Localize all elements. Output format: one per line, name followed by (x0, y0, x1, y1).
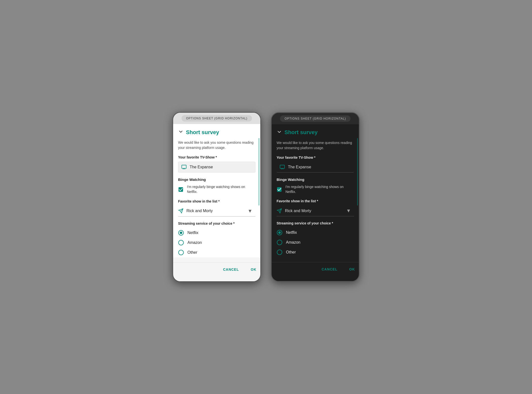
binge-watching-label-dark: Binge Watching (277, 177, 354, 182)
dialog-header-light: Short survey (178, 129, 255, 136)
dialog-footer-light: CANCEL OK (173, 262, 260, 276)
dialog-description-light: We would like to ask you some questions … (178, 140, 255, 150)
options-sheet-bar-dark: OPTIONS SHEET (GRID HORIZONTAL) (272, 113, 359, 124)
radio-amazon-dark[interactable]: Amazon (277, 237, 354, 247)
tv-icon-light (181, 164, 187, 170)
ok-button-dark[interactable]: OK (347, 266, 357, 272)
radio-netflix-label-dark: Netflix (286, 230, 297, 235)
radio-selected-icon-dark (277, 230, 283, 236)
tv-show-input-light[interactable]: The Expanse (178, 162, 255, 173)
dialog-title-dark: Short survey (284, 129, 318, 136)
favorite-show-label-light: Favorite show in the list * (178, 199, 255, 203)
tv-show-input-dark[interactable]: The Expanse (277, 162, 354, 173)
radio-netflix-light[interactable]: Netflix (178, 228, 255, 238)
radio-other-label-light: Other (187, 250, 197, 255)
tv-show-value-dark: The Expanse (288, 165, 351, 169)
scroll-indicator-light (259, 138, 259, 205)
tv-show-value-light: The Expanse (190, 165, 252, 169)
ok-button-light[interactable]: OK (249, 267, 258, 272)
streaming-label-light: Streaming service of your choice * (178, 221, 255, 225)
favorite-show-label-dark: Favorite show in the list * (277, 199, 354, 203)
dropdown-row-light[interactable]: Rick and Morty ▼ (178, 206, 255, 217)
binge-watching-label-light: Binge Watching (178, 177, 255, 182)
dropdown-row-dark[interactable]: Rick and Morty ▼ (277, 205, 354, 216)
dialog-dark: Short survey We would like to ask you so… (272, 124, 359, 257)
radio-unselected-amazon-icon-light (178, 240, 184, 246)
checkbox-label-light: I'm regularly binge watching shows on Ne… (187, 185, 255, 194)
radio-unselected-other-icon-dark (277, 249, 283, 255)
send-icon-light (178, 208, 183, 214)
checkbox-label-dark: I'm regularly binge watching shows on Ne… (285, 185, 354, 194)
radio-unselected-other-icon-light (178, 250, 184, 255)
radio-amazon-label-dark: Amazon (286, 240, 300, 245)
svg-point-3 (180, 232, 182, 234)
dialog-title-light: Short survey (186, 129, 219, 136)
options-sheet-label-dark: OPTIONS SHEET (GRID HORIZONTAL) (280, 115, 350, 122)
svg-point-9 (278, 231, 281, 234)
radio-selected-icon-light (178, 230, 184, 236)
checkbox-checked-icon-dark (277, 187, 282, 192)
options-sheet-bar-light: OPTIONS SHEET (GRID HORIZONTAL) (173, 113, 260, 124)
dialog-header-dark: Short survey (277, 129, 354, 136)
dropdown-arrow-light: ▼ (248, 208, 252, 214)
phone-light: OPTIONS SHEET (GRID HORIZONTAL) Short su… (172, 112, 261, 282)
send-icon-dark (277, 208, 282, 214)
radio-amazon-label-light: Amazon (187, 240, 202, 245)
checkbox-row-light[interactable]: I'm regularly binge watching shows on Ne… (178, 185, 255, 194)
dialog-description-dark: We would like to ask you some questions … (277, 140, 354, 151)
svg-point-11 (277, 250, 282, 255)
chevron-down-icon-dark[interactable] (277, 129, 282, 136)
radio-unselected-amazon-icon-dark (277, 239, 283, 245)
dialog-footer-dark: CANCEL OK (272, 262, 359, 276)
svg-point-4 (179, 240, 183, 245)
radio-amazon-light[interactable]: Amazon (178, 238, 255, 248)
phone-dark: OPTIONS SHEET (GRID HORIZONTAL) Short su… (271, 112, 360, 282)
radio-other-label-dark: Other (286, 250, 296, 254)
svg-point-10 (277, 240, 282, 245)
radio-other-dark[interactable]: Other (277, 247, 354, 257)
phone-bottom-dark (272, 276, 359, 281)
dialog-light: Short survey We would like to ask you so… (173, 124, 260, 257)
checkbox-row-dark[interactable]: I'm regularly binge watching shows on Ne… (277, 185, 354, 194)
options-sheet-label-light: OPTIONS SHEET (GRID HORIZONTAL) (182, 115, 252, 122)
scroll-indicator-dark (357, 138, 358, 205)
dropdown-value-light: Rick and Morty (186, 209, 245, 213)
streaming-label-dark: Streaming service of your choice * (277, 221, 354, 225)
cancel-button-dark[interactable]: CANCEL (320, 266, 339, 272)
tv-show-label-dark: Your favorite TV-Show * (277, 156, 354, 159)
checkbox-checked-icon-light (178, 187, 183, 192)
phone-bottom-light (173, 276, 260, 281)
dropdown-value-dark: Rick and Morty (285, 209, 343, 213)
dropdown-arrow-dark: ▼ (346, 208, 351, 214)
cancel-button-light[interactable]: CANCEL (221, 267, 241, 272)
radio-netflix-dark[interactable]: Netflix (277, 228, 354, 237)
svg-point-5 (179, 250, 183, 255)
radio-netflix-label-light: Netflix (187, 231, 198, 235)
chevron-down-icon-light[interactable] (178, 129, 183, 136)
radio-group-dark: Netflix Amazon Other (277, 228, 354, 257)
tv-icon-dark (280, 164, 285, 170)
tv-show-label-light: Your favorite TV-Show * (178, 155, 255, 159)
radio-other-light[interactable]: Other (178, 248, 255, 257)
radio-group-light: Netflix Amazon Other (178, 228, 255, 257)
